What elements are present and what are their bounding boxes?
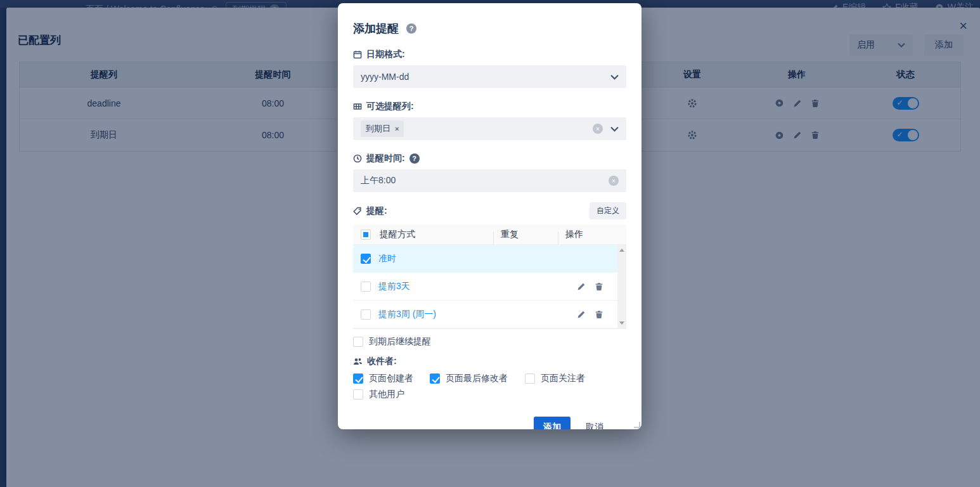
reminder-name[interactable]: 提前3周 (周一) <box>378 309 500 320</box>
continue-reminder-option[interactable]: 到期后继续提醒 <box>353 336 626 347</box>
selected-column-tag: 到期日 × <box>361 120 404 137</box>
resize-handle[interactable] <box>634 422 640 428</box>
reminders-label: 提醒: <box>366 205 387 217</box>
people-icon <box>353 357 363 366</box>
recipient-checkbox[interactable] <box>525 373 535 384</box>
continue-checkbox[interactable] <box>353 337 363 347</box>
columns-label: 可选提醒列: <box>366 101 414 112</box>
table-icon <box>353 102 362 111</box>
clear-all-icon[interactable]: × <box>593 124 603 134</box>
select-all-checkbox[interactable] <box>361 230 371 240</box>
reminder-table-header: 提醒方式 重复 操作 <box>353 224 626 245</box>
reminder-name[interactable]: 准时 <box>378 253 500 264</box>
recipient-page-creator[interactable]: 页面创建者 <box>353 373 430 384</box>
customize-button[interactable]: 自定义 <box>590 202 626 219</box>
time-label-row: 提醒时间: ? <box>353 153 626 164</box>
edit-icon[interactable] <box>577 282 586 291</box>
edit-icon[interactable] <box>577 310 586 319</box>
cancel-button[interactable]: 取消 <box>586 422 603 429</box>
date-format-select[interactable]: yyyy-MM-dd <box>353 65 626 88</box>
row-checkbox[interactable] <box>361 282 371 292</box>
scrollbar[interactable] <box>617 245 626 328</box>
calendar-icon <box>353 50 362 59</box>
remove-tag-icon[interactable]: × <box>395 125 399 133</box>
clear-time-icon[interactable]: × <box>609 176 619 186</box>
continue-label: 到期后继续提醒 <box>369 336 431 347</box>
add-reminder-dialog: 添加提醒 ? 日期格式: yyyy-MM-dd 可选提醒列: 到期日 × <box>338 3 642 429</box>
chevron-down-icon <box>610 126 619 132</box>
date-format-value: yyyy-MM-dd <box>361 72 603 82</box>
time-help-icon[interactable]: ? <box>409 153 420 164</box>
recipient-checkbox[interactable] <box>430 373 440 384</box>
scroll-down-icon[interactable] <box>619 321 624 325</box>
reminder-options-table: 提醒方式 重复 操作 准时 提前3天 <box>353 224 626 329</box>
time-input[interactable]: 上午8:00 × <box>353 169 626 192</box>
recipient-other-users[interactable]: 其他用户 <box>353 389 626 400</box>
reminder-row-3weeks[interactable]: 提前3周 (周一) <box>353 301 626 328</box>
recipients-label: 收件者: <box>367 356 397 367</box>
recipient-checkbox[interactable] <box>353 373 363 384</box>
recipient-label: 其他用户 <box>369 389 404 400</box>
date-format-label: 日期格式: <box>366 49 405 60</box>
reminder-name[interactable]: 提前3天 <box>378 281 500 292</box>
time-label: 提醒时间: <box>366 153 405 164</box>
scroll-up-icon[interactable] <box>619 249 624 252</box>
reminder-row-3days[interactable]: 提前3天 <box>353 273 626 301</box>
recipient-label: 页面关注者 <box>541 373 585 384</box>
add-button[interactable]: 添加 <box>534 417 571 429</box>
recipient-page-watcher[interactable]: 页面关注者 <box>525 373 626 384</box>
row-checkbox[interactable] <box>361 254 371 264</box>
recipient-label: 页面创建者 <box>369 373 413 384</box>
delete-icon[interactable] <box>595 282 603 291</box>
header-repeat: 重复 <box>500 229 564 240</box>
columns-label-row: 可选提醒列: <box>353 101 626 112</box>
tag-icon <box>353 207 362 216</box>
reminder-row-ontime[interactable]: 准时 <box>353 245 626 273</box>
clock-icon <box>353 154 362 163</box>
row-checkbox[interactable] <box>361 309 371 320</box>
recipient-label: 页面最后修改者 <box>446 373 508 384</box>
recipients-label-row: 收件者: <box>353 356 626 367</box>
help-icon[interactable]: ? <box>406 23 416 34</box>
delete-icon[interactable] <box>595 310 603 319</box>
screen: 页面 / Welcome to Confluence 到期提醒 ? E编辑 F收… <box>0 0 980 487</box>
chevron-down-icon <box>610 74 619 80</box>
header-actions: 操作 <box>564 229 626 240</box>
tag-label: 到期日 <box>366 123 390 134</box>
dialog-title: 添加提醒 <box>353 21 399 36</box>
columns-multiselect[interactable]: 到期日 × × <box>353 117 626 140</box>
date-format-label-row: 日期格式: <box>353 49 626 60</box>
recipient-last-modifier[interactable]: 页面最后修改者 <box>430 373 525 384</box>
header-mode: 提醒方式 <box>378 229 500 240</box>
recipient-checkbox[interactable] <box>353 389 363 399</box>
reminders-label-row: 提醒: <box>353 205 387 217</box>
time-value: 上午8:00 <box>361 175 602 186</box>
